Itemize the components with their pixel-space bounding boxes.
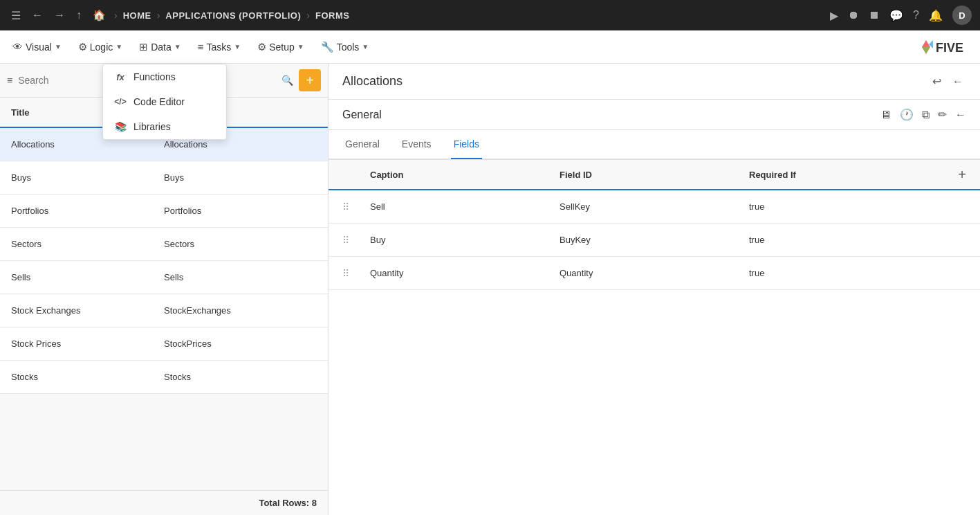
nav-label-logic: Logic [90, 42, 113, 53]
fields-table-header: Caption Field ID Required If + [329, 160, 980, 190]
row-function-id: Allocations [164, 139, 317, 150]
up-icon[interactable]: ↑ [73, 6, 84, 24]
svg-marker-3 [922, 47, 930, 54]
allocations-title: Allocations [342, 74, 403, 89]
edit-icon[interactable]: ✏ [938, 108, 947, 121]
breadcrumb-home[interactable]: HOME [123, 10, 151, 21]
row-title: Stock Prices [11, 338, 164, 349]
setup-icon: ⚙ [257, 41, 266, 53]
functions-icon: fx [114, 72, 127, 82]
nav-label-data: Data [151, 42, 172, 53]
tab-events[interactable]: Events [399, 130, 434, 159]
table-row[interactable]: Sectors Sectors [0, 228, 328, 261]
top-nav-left: ☰ ← → ↑ 🏠 › HOME › APPLICATIONS (PORTFOL… [8, 6, 349, 25]
history-icon[interactable]: 🕐 [900, 108, 914, 121]
general-section: General 🖥 🕐 ⧉ ✏ ← General Events Fields [329, 100, 980, 160]
back-icon[interactable]: ← [29, 6, 46, 24]
tools-icon: 🔧 [321, 41, 334, 53]
nav-item-tasks[interactable]: ≡ Tasks ▼ [191, 37, 248, 57]
nav-label-tools: Tools [337, 42, 360, 53]
table-row[interactable]: Sells Sells [0, 261, 328, 294]
tab-fields[interactable]: Fields [451, 130, 482, 159]
filter-icon[interactable]: ≡ [7, 75, 12, 86]
table-rows: Allocations Allocations Buys Buys Portfo… [0, 128, 328, 490]
back-circle-icon[interactable]: ↩ [930, 72, 944, 91]
row-title: Buys [11, 172, 164, 183]
five-logo: FIVE [919, 37, 974, 57]
nav-item-tools[interactable]: 🔧 Tools ▼ [314, 37, 376, 57]
dropdown-libraries-label: Libraries [133, 121, 171, 132]
field-caption: Buy [370, 235, 560, 245]
dropdown-libraries[interactable]: 📚 Libraries [103, 114, 226, 139]
row-function-id: Portfolios [164, 206, 317, 216]
row-title: Allocations [11, 139, 164, 150]
table-row[interactable]: Stocks Stocks [0, 361, 328, 394]
row-function-id: Sectors [164, 239, 317, 249]
nav-item-logic[interactable]: ⚙ Logic ▼ [71, 37, 129, 57]
table-row[interactable]: Portfolios Portfolios [0, 195, 328, 228]
col-caption: Caption [370, 170, 560, 180]
col-field-id: Field ID [560, 170, 749, 180]
top-nav: ☰ ← → ↑ 🏠 › HOME › APPLICATIONS (PORTFOL… [0, 0, 980, 30]
help-icon[interactable]: ? [913, 9, 919, 21]
search-icon[interactable]: 🔍 [281, 75, 293, 86]
fields-row[interactable]: ⠿ Buy BuyKey true [329, 224, 980, 257]
play-icon[interactable]: ▶ [830, 9, 838, 22]
forward-icon[interactable]: → [51, 6, 68, 24]
second-nav-left: 👁 Visual ▼ ⚙ Logic ▼ ⊞ Data ▼ ≡ Tasks ▼ … [6, 37, 376, 57]
visual-icon: 👁 [12, 41, 23, 53]
fields-row[interactable]: ⠿ Sell SellKey true [329, 190, 980, 224]
dropdown-code-editor-label: Code Editor [133, 96, 185, 107]
setup-caret: ▼ [297, 43, 304, 51]
five-logo-svg: FIVE [919, 37, 974, 57]
field-id: SellKey [560, 201, 749, 212]
home-icon[interactable]: 🏠 [90, 6, 109, 24]
add-button[interactable]: + [299, 69, 321, 91]
bell-icon[interactable]: 🔔 [929, 9, 943, 22]
libraries-icon: 📚 [114, 121, 127, 132]
breadcrumb-applications[interactable]: APPLICATIONS (PORTFOLIO) [165, 10, 301, 21]
logic-icon: ⚙ [78, 41, 87, 53]
tab-general[interactable]: General [342, 130, 382, 159]
monitor-icon[interactable]: 🖥 [880, 109, 891, 121]
stop-icon[interactable]: ⏹ [869, 9, 880, 21]
general-actions: 🖥 🕐 ⧉ ✏ ← [880, 108, 966, 121]
breadcrumb-forms[interactable]: FORMS [315, 10, 349, 21]
row-title: Sectors [11, 239, 164, 249]
chat-icon[interactable]: 💬 [889, 9, 903, 22]
close-right-icon[interactable]: ← [950, 73, 966, 91]
table-row[interactable]: Buys Buys [0, 161, 328, 195]
fields-rows: ⠿ Sell SellKey true ⠿ Buy BuyKey true ⠿ … [329, 190, 980, 290]
data-icon: ⊞ [139, 41, 148, 53]
nav-item-setup[interactable]: ⚙ Setup ▼ [250, 37, 311, 57]
allocations-header: Allocations ↩ ← [329, 64, 980, 100]
copy-icon[interactable]: ⧉ [922, 109, 930, 121]
second-nav: 👁 Visual ▼ ⚙ Logic ▼ ⊞ Data ▼ ≡ Tasks ▼ … [0, 30, 980, 64]
add-field-button[interactable]: + [939, 167, 966, 183]
field-id: BuyKey [560, 235, 749, 245]
table-row[interactable]: Stock Exchanges StockExchanges [0, 294, 328, 327]
back-arrow-icon[interactable]: ← [955, 109, 966, 121]
drag-handle-icon: ⠿ [342, 201, 370, 213]
row-function-id: Stocks [164, 372, 317, 382]
tabs-bar: General Events Fields [329, 130, 980, 159]
record-icon[interactable]: ⏺ [848, 9, 859, 21]
right-panel: Allocations ↩ ← General 🖥 🕐 ⧉ ✏ ← Gener [329, 64, 980, 515]
table-row[interactable]: Stock Prices StockPrices [0, 327, 328, 361]
row-function-id: StockPrices [164, 338, 317, 349]
dropdown-functions[interactable]: fx Functions [103, 64, 226, 89]
dropdown-code-editor[interactable]: </> Code Editor [103, 89, 226, 114]
row-function-id: Sells [164, 272, 317, 282]
menu-icon[interactable]: ☰ [8, 6, 24, 25]
field-required-if: true [749, 235, 939, 245]
header-actions: ↩ ← [930, 72, 966, 91]
logic-caret: ▼ [115, 43, 122, 51]
col-required-if: Required If [749, 170, 939, 180]
drag-handle-icon: ⠿ [342, 268, 370, 279]
avatar[interactable]: D [952, 6, 972, 25]
row-title: Stocks [11, 372, 164, 382]
nav-item-visual[interactable]: 👁 Visual ▼ [6, 37, 68, 57]
row-title: Portfolios [11, 206, 164, 216]
fields-row[interactable]: ⠿ Quantity Quantity true [329, 257, 980, 290]
nav-item-data[interactable]: ⊞ Data ▼ [132, 37, 187, 57]
